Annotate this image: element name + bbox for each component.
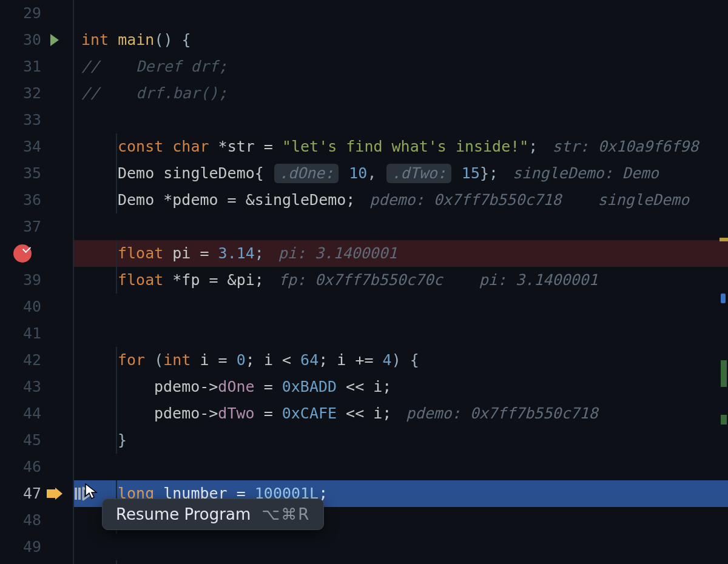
code-token: return — [118, 560, 181, 564]
gutter-row[interactable]: 47 — [0, 480, 73, 507]
code-token: *str = — [218, 133, 282, 160]
gutter[interactable]: 29 30 31 32 33 34 — [0, 0, 73, 564]
gutter-row[interactable]: 36 — [0, 187, 73, 213]
gutter-row[interactable]: 41 — [0, 320, 73, 347]
gutter-row[interactable]: 39 — [0, 267, 73, 294]
line-number: 50 — [15, 560, 41, 564]
gutter-row[interactable]: 29 — [0, 0, 73, 27]
gutter-row[interactable]: 31 — [0, 53, 73, 80]
line-number: 42 — [15, 347, 41, 374]
code-line[interactable]: for (int i = 0; i < 64; i += 4) { — [74, 347, 728, 374]
code-token: Demo — [118, 187, 163, 213]
svg-rect-1 — [78, 488, 81, 500]
code-number: 10 — [349, 160, 367, 187]
code-token: char — [172, 133, 218, 160]
code-line[interactable]: // Deref drf; — [74, 53, 728, 80]
run-gutter-icon[interactable] — [41, 34, 68, 46]
code-token: float — [118, 240, 172, 267]
code-line[interactable]: } — [74, 427, 728, 454]
code-line[interactable]: pdemo->dOne = 0xBADD << i; — [74, 374, 728, 400]
line-number: 40 — [15, 294, 41, 320]
code-line[interactable] — [74, 107, 728, 133]
code-string: "let's find what's inside!" — [282, 133, 528, 160]
code-line[interactable] — [74, 0, 728, 27]
error-stripe-ok[interactable] — [721, 415, 727, 425]
code-line[interactable] — [74, 534, 728, 560]
code-token: i = — [200, 347, 237, 374]
code-line[interactable]: const char *str = "let's find what's ins… — [74, 133, 728, 160]
line-number: 49 — [15, 534, 41, 560]
gutter-row[interactable]: 46 — [0, 454, 73, 480]
code-line[interactable]: // drf.bar(); — [74, 80, 728, 107]
gutter-row[interactable]: 40 — [0, 294, 73, 320]
inline-hint: fp: 0x7ff7b550c70c — [278, 267, 443, 294]
line-number: 33 — [15, 107, 41, 133]
inline-hint: singleDemo: Demo — [513, 160, 659, 187]
code-number: 0xBADD — [282, 374, 337, 400]
code-line[interactable]: pdemo->dTwo = 0xCAFE << i; pdemo: 0x7ff7… — [74, 400, 728, 427]
line-number: 41 — [15, 320, 41, 347]
inline-hint: pi: 3.1400001 — [479, 267, 598, 294]
gutter-row[interactable]: 45 — [0, 427, 73, 454]
code-token: ( — [154, 347, 163, 374]
code-line[interactable]: float *fp = &pi; fp: 0x7ff7b550c70c pi: … — [74, 267, 728, 294]
code-line[interactable] — [74, 294, 728, 320]
code-token: *fp = &pi; — [172, 267, 264, 294]
code-line[interactable]: Demo singleDemo{ .dOne: 10, .dTwo: 15}; … — [74, 160, 728, 187]
code-token: << i; — [337, 400, 391, 427]
gutter-row[interactable]: 32 — [0, 80, 73, 107]
code-line[interactable] — [74, 213, 728, 240]
code-area[interactable]: int main() { // Deref drf; // drf.bar();… — [73, 0, 728, 564]
line-number: 35 — [15, 160, 41, 187]
gutter-row[interactable] — [0, 240, 73, 267]
inline-hint: pdemo: 0x7ff7b550c718 — [406, 400, 598, 427]
gutter-row[interactable]: 33 — [0, 107, 73, 133]
gutter-row[interactable]: 48 — [0, 507, 73, 534]
run-to-cursor-icon[interactable] — [73, 480, 94, 507]
line-number: 34 — [15, 133, 41, 160]
gutter-row[interactable]: 35 — [0, 160, 73, 187]
gutter-row[interactable]: 43 — [0, 374, 73, 400]
code-token: }; — [480, 160, 498, 187]
breakpoint-icon[interactable] — [13, 244, 32, 263]
code-number: 0 — [237, 347, 246, 374]
code-number: 0xCAFE — [282, 400, 337, 427]
code-token: << i; — [337, 374, 391, 400]
gutter-row[interactable]: 49 — [0, 534, 73, 560]
error-stripe-caret[interactable] — [721, 294, 726, 303]
code-token: const — [118, 133, 172, 160]
code-token: ) { — [392, 347, 419, 374]
code-line-breakpoint[interactable]: float pi = 3.14; pi: 3.1400001 — [74, 240, 728, 267]
code-line[interactable]: return 0; — [74, 560, 728, 564]
code-editor: 29 30 31 32 33 34 — [0, 0, 728, 564]
inline-hint: pdemo: 0x7ff7b550c718 — [369, 187, 561, 213]
code-token: ; — [528, 133, 538, 160]
code-token: pdemo-> — [154, 374, 218, 400]
line-number: 44 — [15, 400, 41, 427]
code-token: , — [367, 160, 385, 187]
code-line[interactable]: Demo *pdemo = &singleDemo; pdemo: 0x7ff7… — [74, 187, 728, 213]
code-comment: // Deref drf; — [81, 53, 228, 80]
code-line[interactable]: int main() { — [74, 27, 728, 53]
gutter-row[interactable]: 34 — [0, 133, 73, 160]
error-stripe-warning[interactable] — [720, 238, 728, 241]
gutter-row[interactable]: 50 — [0, 560, 73, 564]
error-stripe-ok[interactable] — [721, 360, 727, 387]
line-number: 31 — [15, 53, 41, 80]
gutter-row[interactable]: 42 — [0, 347, 73, 374]
line-number: 39 — [15, 267, 41, 294]
code-token: () { — [154, 27, 190, 53]
line-number: 46 — [15, 454, 41, 480]
code-line[interactable] — [74, 320, 728, 347]
tooltip-resume-program: Resume Program ⌥⌘R — [102, 499, 324, 530]
code-number: 64 — [300, 347, 318, 374]
code-number: 15 — [462, 160, 480, 187]
code-number: 3.14 — [218, 240, 255, 267]
param-hint: .dOne: — [274, 164, 339, 183]
gutter-row[interactable]: 37 — [0, 213, 73, 240]
gutter-row[interactable]: 44 — [0, 400, 73, 427]
code-token: ; — [255, 240, 264, 267]
code-line[interactable] — [74, 454, 728, 480]
gutter-row[interactable]: 30 — [0, 27, 73, 53]
code-token: int — [81, 27, 118, 53]
